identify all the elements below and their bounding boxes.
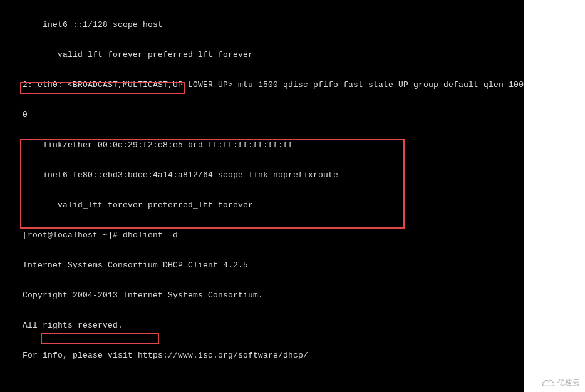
watermark: 亿速云 — [541, 378, 580, 388]
terminal-line: valid_lft forever preferred_lft forever — [0, 50, 524, 60]
terminal-line: 0 — [0, 110, 524, 120]
terminal-line: inet6 ::1/128 scope host — [0, 20, 524, 30]
terminal-line: All rights reserved. — [0, 321, 524, 331]
terminal-line: Copyright 2004-2013 Internet Systems Con… — [0, 291, 524, 301]
terminal-line: link/ether 00:0c:29:f2:c8:e5 brd ff:ff:f… — [0, 140, 524, 150]
terminal-line: inet6 fe80::ebd3:bdce:4a14:a812/64 scope… — [0, 170, 524, 180]
terminal-line: For info, please visit https://www.isc.o… — [0, 351, 524, 361]
terminal-window[interactable]: inet6 ::1/128 scope host valid_lft forev… — [0, 0, 524, 392]
terminal-prompt-line: [root@localhost ~]# dhclient -d — [0, 230, 524, 240]
terminal-line: Internet Systems Consortium DHCP Client … — [0, 260, 524, 271]
cloud-icon — [541, 379, 555, 388]
terminal-line: valid_lft forever preferred_lft forever — [0, 200, 524, 210]
watermark-text: 亿速云 — [557, 378, 580, 388]
terminal-line: 2: eth0: <BROADCAST,MULTICAST,UP,LOWER_U… — [0, 80, 524, 90]
